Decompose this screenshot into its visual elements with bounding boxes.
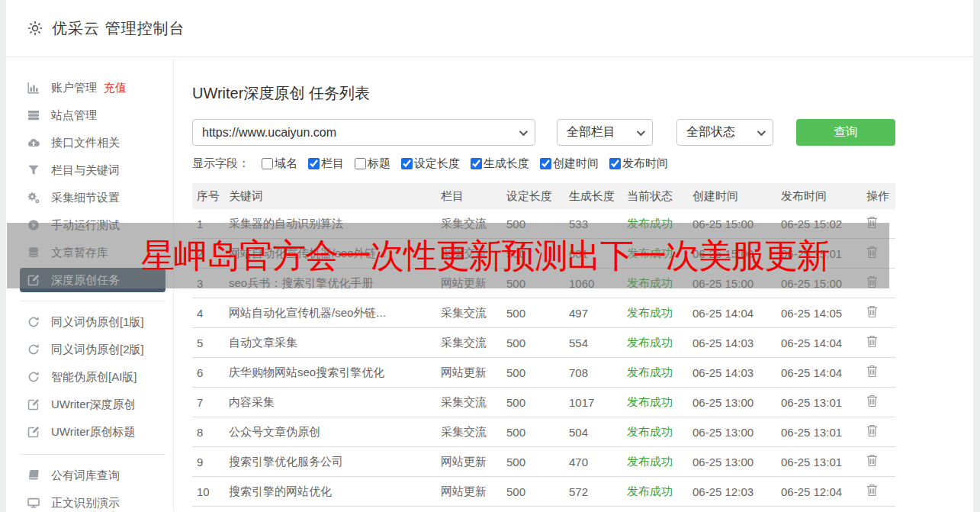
cell-category: 采集交流: [441, 395, 506, 410]
cell-no: 8: [192, 426, 229, 439]
table-row: 9搜索引擎优化服务公司网站更新500470发布成功06-25 13:0006-2…: [192, 447, 895, 477]
display-field-label: 域名: [275, 156, 297, 171]
sidebar-item-content-recognition-demo[interactable]: 正文识别演示: [6, 489, 173, 512]
bar-chart-icon: [27, 82, 40, 94]
cell-set_len: 500: [506, 396, 569, 409]
display-field-checkbox[interactable]: [355, 158, 366, 169]
cell-actions: [866, 365, 895, 380]
delete-task-button[interactable]: [866, 454, 878, 467]
display-field-option[interactable]: 域名: [262, 156, 297, 171]
cell-gen_len: 572: [569, 485, 627, 498]
column-header: 关键词: [229, 189, 441, 204]
recharge-badge[interactable]: 充值: [104, 81, 127, 95]
sidebar-item-synonym-rewrite-v2[interactable]: 同义词伪原创[2版]: [6, 336, 173, 363]
sidebar-item-label: 采集细节设置: [51, 191, 120, 205]
display-field-option[interactable]: 生成长度: [471, 156, 529, 171]
cell-keyword: 搜索引擎优化服务公司: [229, 455, 441, 469]
cell-keyword: 庆华购物网站seo搜索引擎优化: [229, 365, 441, 380]
sidebar-item-label: 正文识别演示: [51, 496, 120, 510]
delete-task-button[interactable]: [866, 305, 878, 318]
gears-icon: [27, 192, 40, 204]
sidebar-item-label: 站点管理: [51, 108, 97, 123]
site-select-value: https://www.ucaiyun.com: [202, 126, 336, 140]
display-field-checkbox[interactable]: [308, 158, 320, 169]
table-row: 6庆华购物网站seo搜索引擎优化网站更新500708发布成功06-25 14:0…: [192, 358, 895, 388]
trash-icon: [866, 454, 878, 467]
table-row: 7内容采集采集交流5001017发布成功06-25 13:0006-25 13:…: [192, 388, 895, 417]
sidebar-item-uwriter-deep-original[interactable]: UWriter深度原创: [6, 391, 173, 418]
cell-gen_len: 497: [569, 307, 627, 320]
display-field-checkbox[interactable]: [540, 158, 551, 169]
cell-gen_len: 708: [569, 366, 627, 379]
cell-published: 06-25 14:04: [781, 366, 866, 379]
sidebar-item-collect-detail-settings[interactable]: 采集细节设置: [6, 184, 173, 211]
sidebar-item-label: 智能伪原创[AI版]: [51, 370, 137, 385]
display-field-label: 设定长度: [414, 156, 460, 171]
cell-gen_len: 470: [569, 456, 627, 469]
cell-set_len: 500: [506, 485, 569, 498]
filter-bar: https://www.ucaiyun.com 全部栏目 全部状态 查询: [192, 119, 973, 146]
display-field-option[interactable]: 设定长度: [401, 156, 460, 171]
sidebar-item-site-management[interactable]: 站点管理: [6, 101, 173, 129]
trash-icon: [866, 484, 878, 497]
display-field-option[interactable]: 发布时间: [609, 156, 668, 171]
sidebar-item-ai-rewrite[interactable]: 智能伪原创[AI版]: [6, 363, 173, 391]
display-field-checkbox[interactable]: [471, 158, 482, 169]
trash-icon: [866, 394, 878, 407]
cell-category: 采集交流: [441, 336, 506, 350]
column-header: 发布时间: [781, 189, 866, 204]
display-field-checkbox[interactable]: [609, 158, 621, 169]
delete-task-button[interactable]: [866, 424, 878, 437]
status-filter-value: 全部状态: [686, 124, 735, 140]
query-button[interactable]: 查询: [796, 119, 895, 146]
table-row: 5自动文章采集采集交流500554发布成功06-25 14:0306-25 14…: [192, 328, 895, 358]
cell-set_len: 500: [506, 366, 569, 379]
sidebar-item-columns-keywords[interactable]: 栏目与关键词: [6, 156, 173, 184]
watermark-overlay: 星岬岛官方会一次性更新预测出下一次美服更新: [7, 223, 889, 288]
cell-published: 06-25 13:01: [781, 396, 866, 409]
cell-keyword: 内容采集: [229, 395, 441, 410]
sidebar-item-label: UWriter原创标题: [51, 425, 136, 440]
cell-created: 06-25 13:00: [692, 426, 781, 439]
cell-actions: [866, 335, 895, 350]
chevron-down-icon: [757, 127, 766, 136]
watermark-text: 星岬岛官方会一次性更新预测出下一次美服更新: [141, 233, 830, 279]
display-field-option[interactable]: 标题: [355, 156, 390, 171]
status-filter-select[interactable]: 全部状态: [676, 119, 773, 146]
display-field-checkbox[interactable]: [401, 158, 413, 169]
sidebar-item-uwriter-original-title[interactable]: UWriter原创标题: [6, 418, 173, 446]
cell-published: 06-25 13:01: [781, 456, 866, 469]
sidebar-item-label: 账户管理: [51, 81, 97, 95]
sidebar-item-synonym-rewrite-v1[interactable]: 同义词伪原创[1版]: [6, 308, 173, 336]
delete-task-button[interactable]: [866, 394, 878, 407]
delete-task-button[interactable]: [866, 484, 878, 497]
site-select[interactable]: https://www.ucaiyun.com: [192, 119, 535, 146]
display-field-option[interactable]: 栏目: [308, 156, 344, 171]
display-field-checkbox[interactable]: [262, 158, 273, 169]
sidebar-item-label: 接口文件相关: [51, 136, 120, 150]
cell-status: 发布成功: [627, 365, 692, 380]
cell-no: 4: [192, 307, 229, 320]
sidebar-item-label: 公有词库查询: [51, 469, 120, 483]
cell-created: 06-25 12:03: [692, 485, 781, 498]
cell-category: 网站更新: [441, 485, 506, 499]
sidebar-divider: [20, 301, 165, 301]
display-field-option[interactable]: 创建时间: [540, 156, 599, 171]
cell-category: 采集交流: [441, 425, 506, 440]
cell-actions: [866, 305, 895, 320]
sidebar-item-account-management[interactable]: 账户管理充值: [6, 74, 173, 101]
delete-task-button[interactable]: [866, 335, 878, 348]
sidebar-item-public-lexicon-query[interactable]: 公有词库查询: [6, 462, 173, 489]
column-filter-select[interactable]: 全部栏目: [557, 119, 653, 146]
cell-no: 10: [192, 485, 229, 498]
cell-actions: [866, 484, 895, 499]
sidebar-item-interface-files[interactable]: 接口文件相关: [6, 129, 173, 156]
table-header: 序号关键词栏目设定长度生成长度当前状态创建时间发布时间操作: [192, 183, 895, 209]
topbar: 优采云 管理控制台: [6, 0, 973, 57]
display-field-label: 创建时间: [553, 156, 599, 171]
column-header: 创建时间: [692, 189, 781, 204]
cell-published: 06-25 13:01: [781, 426, 866, 439]
cell-status: 发布成功: [627, 425, 692, 440]
trash-icon: [866, 335, 878, 348]
delete-task-button[interactable]: [866, 365, 878, 378]
